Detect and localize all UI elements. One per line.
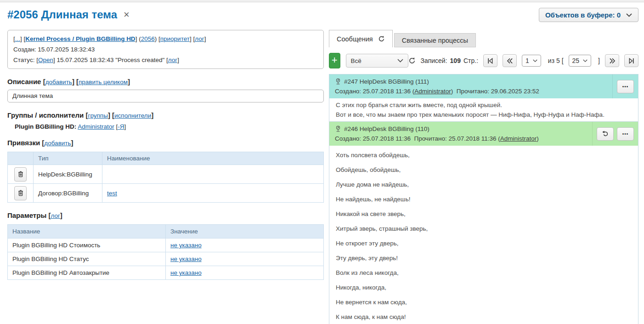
last-page-button[interactable]: [624, 54, 638, 67]
priority-link[interactable]: приоритет: [160, 35, 190, 42]
parameter-row: Plugin BGBilling HD Автозакрытие не указ…: [8, 266, 324, 280]
parameters-table: Название Значение Plugin BGBilling HD Ст…: [7, 224, 324, 280]
process-id-link[interactable]: 2056: [141, 35, 155, 42]
close-icon[interactable]: ×: [124, 10, 130, 20]
executor-link[interactable]: Administrator: [78, 123, 114, 130]
message-line: К нам сюда, к нам сюда!: [336, 313, 632, 321]
process-info-box: [...] [Kernel Process / Plugin BGBilling…: [7, 30, 324, 69]
pagination: Записей: 109 Стр.: 1 из 5 [ 25 ]: [408, 54, 638, 67]
parameters-heading: Параметры [лог]: [7, 211, 324, 219]
tab-bar: Сообщения Связанные процессы: [329, 30, 638, 47]
executors-link[interactable]: исполнители: [114, 112, 151, 119]
page-number-select[interactable]: 1: [522, 55, 541, 67]
reply-button[interactable]: [597, 127, 614, 141]
refresh-icon[interactable]: [408, 57, 416, 64]
parameters-col-value: Значение: [166, 225, 324, 239]
description-value[interactable]: Длинная тема: [7, 90, 324, 102]
publish-icon: [335, 78, 341, 85]
page-title: #2056 Длинная тема: [7, 8, 117, 22]
message-actions: •••: [592, 122, 638, 146]
first-page-button[interactable]: [483, 54, 497, 67]
chevron-down-icon: [397, 59, 403, 63]
message-filter-value: Всё: [351, 57, 362, 64]
chevron-down-icon: [626, 13, 632, 17]
bindings-heading: Привязки [добавить]: [7, 139, 324, 147]
binding-type: Договор:BGBilling: [38, 190, 89, 197]
group-label: Plugin BGBilling HD:: [15, 123, 76, 130]
of-pages-label: из 5 [: [548, 57, 564, 64]
group-executor-row: Plugin BGBilling HD: Administrator [-Я]: [7, 123, 324, 130]
message-filter-select[interactable]: Всё: [346, 54, 409, 68]
parameter-value-link[interactable]: не указано: [170, 269, 202, 276]
parameter-row: Plugin BGBilling HD Статус не указано: [8, 252, 324, 266]
status-line: Статус: [Open] 15.07.2025 18:32:43 "Proc…: [13, 55, 318, 65]
message-line: Волк из леса никогда,: [336, 269, 632, 277]
log-link[interactable]: лог: [195, 35, 204, 42]
delete-binding-button[interactable]: [14, 186, 27, 200]
author-link[interactable]: Administrator: [414, 88, 451, 95]
prev-page-icon: [507, 58, 513, 64]
trash-icon: [18, 171, 23, 177]
author-link[interactable]: Administrator: [500, 135, 537, 142]
page-size-value: 25: [572, 57, 580, 64]
message-id: #246 HelpDesk BGBilling (110): [344, 124, 429, 134]
parameter-name: Plugin BGBilling HD Стоимость: [12, 242, 100, 249]
parameter-value-link[interactable]: не указано: [170, 242, 202, 249]
parameter-value-link[interactable]: не указано: [170, 256, 202, 262]
next-page-button[interactable]: [605, 54, 619, 67]
bracket-close: ]: [598, 57, 600, 64]
tab-related-processes[interactable]: Связанные процессы: [394, 33, 476, 47]
description-add-link[interactable]: добавить: [45, 79, 72, 85]
more-icon: •••: [622, 84, 629, 89]
bindings-col-name: Наименование: [102, 152, 324, 165]
message-line: Обойдешь, обойдешь,: [336, 166, 632, 174]
message-header: #246 HelpDesk BGBilling (110) Создано: 2…: [329, 122, 638, 146]
message-actions: •••: [612, 74, 638, 98]
message-meta: Создано: 25.07.2018 11:36 Прочитано: 25.…: [335, 134, 588, 143]
process-type-link[interactable]: Kernel Process / Plugin BGBilling HD: [25, 35, 135, 42]
messages-panel: Сообщения Связанные процессы + Всё Запис…: [329, 30, 638, 324]
delete-binding-button[interactable]: [14, 167, 27, 182]
pages-label: Стр.:: [463, 57, 478, 64]
message-line: Не вернется к нам сюда,: [336, 298, 632, 306]
first-page-icon: [487, 58, 493, 64]
message-id: #247 HelpDesk BGBilling (111): [344, 77, 429, 86]
status-log-link[interactable]: лог: [168, 57, 177, 63]
messages-toolbar: + Всё Записей: 109 Стр.: 1: [329, 53, 638, 68]
parameter-name: Plugin BGBilling HD Статус: [12, 256, 89, 262]
message-line: Эту дверь, эту дверь!: [336, 254, 632, 262]
binding-type: HelpDesk:BGBilling: [38, 171, 92, 178]
message-meta: Создано: 25.07.2018 11:36 (Administrator…: [335, 86, 608, 96]
message-list: #247 HelpDesk BGBilling (111) Создано: 2…: [329, 74, 638, 324]
remove-me-link[interactable]: -Я: [118, 123, 124, 130]
message-line: Никогда, никогда,: [336, 284, 632, 291]
reply-icon: [602, 131, 609, 137]
message-body: С этих пор братья стали жить вместе, под…: [329, 98, 638, 121]
bindings-add-link[interactable]: добавить: [44, 140, 71, 147]
status-open-link[interactable]: Open: [38, 57, 53, 63]
page-number-value: 1: [525, 57, 529, 64]
more-icon: •••: [622, 131, 629, 136]
message-line: Хитрый зверь, страшный зверь,: [336, 225, 632, 233]
next-page-icon: [609, 58, 616, 64]
add-message-button[interactable]: +: [329, 53, 340, 68]
more-actions-button[interactable]: •••: [617, 127, 634, 141]
process-details-panel: [...] [Kernel Process / Plugin BGBilling…: [7, 30, 324, 280]
refresh-icon[interactable]: [378, 35, 385, 42]
records-label: Записей:: [420, 57, 447, 64]
tab-messages[interactable]: Сообщения: [329, 30, 393, 47]
publish-icon: [335, 125, 341, 132]
message-line: Не откроет эту дверь,: [336, 239, 632, 247]
parameters-log-link[interactable]: лог: [51, 212, 60, 219]
message-body: Хоть полсвета обойдешь,Обойдешь, обойдеш…: [329, 146, 638, 321]
status-text: 15.07.2025 18:32:43 "Process created": [57, 57, 165, 63]
header-row: #2056 Длинная тема × Объектов в буфере: …: [0, 2, 644, 24]
buffer-button[interactable]: Объектов в буфере: 0: [539, 8, 638, 22]
prev-page-button[interactable]: [503, 54, 517, 67]
page-size-select[interactable]: 25: [569, 55, 592, 67]
groups-link[interactable]: группы: [88, 112, 108, 119]
description-edit-link[interactable]: править целиком: [79, 79, 128, 85]
more-actions-button[interactable]: •••: [617, 80, 634, 93]
dots-link[interactable]: ...: [15, 35, 20, 42]
binding-name-link[interactable]: test: [107, 190, 117, 197]
